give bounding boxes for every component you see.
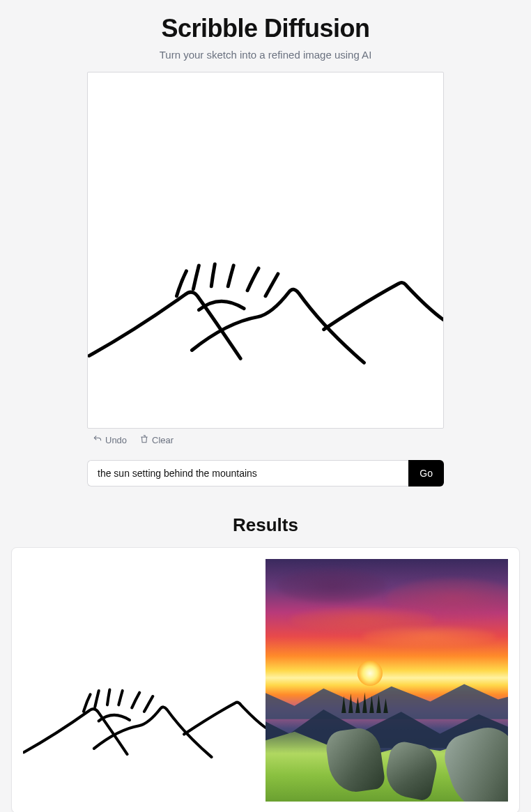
undo-button[interactable]: Undo bbox=[93, 434, 127, 446]
undo-icon bbox=[93, 434, 102, 446]
drawing-canvas[interactable] bbox=[87, 72, 444, 429]
clear-label: Clear bbox=[152, 435, 174, 445]
undo-label: Undo bbox=[105, 435, 127, 445]
page-title: Scribble Diffusion bbox=[0, 14, 531, 43]
prompt-input[interactable] bbox=[87, 460, 408, 487]
trash-icon bbox=[139, 434, 149, 446]
result-sketch bbox=[23, 559, 266, 802]
sketch-drawing bbox=[88, 72, 443, 428]
go-button[interactable]: Go bbox=[408, 460, 444, 487]
canvas-toolbar: Undo Clear bbox=[87, 429, 444, 446]
result-generated-image bbox=[266, 559, 508, 802]
clear-button[interactable]: Clear bbox=[139, 434, 174, 446]
result-card bbox=[11, 547, 520, 812]
page-subtitle: Turn your sketch into a refined image us… bbox=[0, 49, 531, 61]
results-heading: Results bbox=[0, 514, 531, 536]
